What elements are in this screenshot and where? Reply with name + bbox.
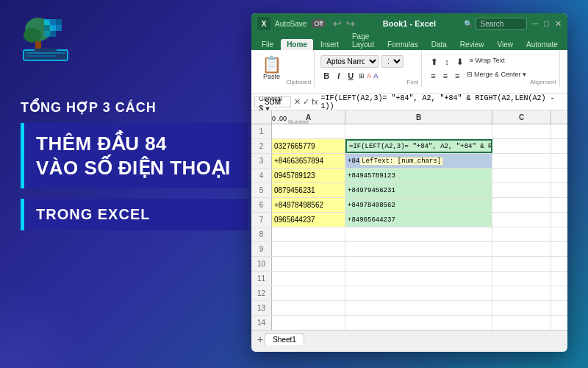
cell-b1[interactable] — [345, 124, 492, 138]
cell-b4[interactable]: +84945789123 — [345, 169, 492, 183]
search-bar[interactable]: Search — [476, 18, 527, 30]
cell-a7[interactable]: 0965644237 — [272, 213, 345, 227]
paste-button[interactable]: 📋 Paste — [259, 55, 284, 82]
row-num-2: 2 — [251, 139, 272, 153]
tab-help[interactable]: Help — [565, 39, 567, 50]
cell-b3[interactable]: +84 LefText: [num_chars] — [345, 154, 492, 168]
tab-insert[interactable]: Insert — [315, 39, 345, 50]
formula-input[interactable]: =IF(LEFT(A2,3)= "+84", A2, "+84" & RIGHT… — [321, 94, 564, 110]
col-header-c[interactable]: C — [492, 110, 551, 124]
font-size-select[interactable]: 11 — [381, 55, 404, 68]
cell-a4[interactable]: 0945789123 — [272, 169, 345, 183]
cell-c9[interactable] — [492, 242, 551, 256]
cell-a5[interactable]: 0879456231 — [272, 183, 345, 197]
cell-a8[interactable] — [272, 227, 345, 241]
underline-btn[interactable]: U — [345, 70, 356, 82]
add-sheet-btn[interactable]: + — [257, 333, 263, 345]
svg-rect-6 — [44, 25, 50, 31]
cell-a13[interactable] — [272, 301, 345, 315]
cell-a9[interactable] — [272, 242, 345, 256]
subtitle: TỔNG HỢP 3 CÁCH — [21, 99, 248, 116]
tab-home[interactable]: Home — [281, 39, 313, 50]
cell-c6[interactable] — [492, 198, 551, 212]
bold-btn[interactable]: B — [320, 70, 332, 82]
border-btn[interactable]: ⊞ — [359, 72, 365, 79]
cell-a12[interactable] — [272, 286, 345, 300]
align-right-btn[interactable]: ≡ — [452, 70, 462, 82]
wrap-text-btn[interactable]: ≡ Wrap Text — [467, 56, 507, 68]
redo-icon[interactable]: ↪ — [346, 18, 355, 29]
cell-b6[interactable]: +84978498562 — [345, 198, 492, 212]
col-header-b[interactable]: B — [345, 110, 492, 124]
cell-a11[interactable] — [272, 272, 345, 286]
tab-formulas[interactable]: Formulas — [381, 39, 424, 50]
tab-data[interactable]: Data — [426, 39, 453, 50]
cell-a1[interactable] — [272, 124, 345, 138]
sheet-tab-1[interactable]: Sheet1 — [265, 333, 304, 345]
cell-a3[interactable]: +84663657894 — [272, 154, 345, 168]
align-bottom-btn[interactable]: ⬇ — [453, 56, 466, 68]
cell-b10[interactable] — [345, 257, 492, 271]
col-header-a[interactable]: A — [272, 110, 345, 124]
undo-icon[interactable]: ↩ — [333, 18, 342, 29]
cell-b2[interactable]: =IF(LEFT(A2,3)= "+84", A2, "+84" & RIGHT… — [345, 139, 492, 153]
cell-c8[interactable] — [492, 227, 551, 241]
cell-a14[interactable] — [272, 316, 345, 330]
cell-b5[interactable]: +84979456231 — [345, 183, 492, 197]
cell-c7[interactable] — [492, 213, 551, 227]
autosave-label: AutoSave — [275, 20, 306, 28]
italic-btn[interactable]: I — [334, 70, 343, 82]
cell-c10[interactable] — [492, 257, 551, 271]
cell-c11[interactable] — [492, 272, 551, 286]
autosave-toggle[interactable]: Off — [311, 19, 326, 28]
align-middle-btn[interactable]: ↕ — [442, 56, 452, 68]
tab-review[interactable]: Review — [454, 39, 490, 50]
cell-b14[interactable] — [345, 316, 492, 330]
close-btn[interactable]: ✕ — [555, 19, 562, 29]
ribbon-tabs: File Home Insert Page Layout Formulas Da… — [251, 34, 567, 50]
cell-c2[interactable] — [492, 139, 551, 153]
font-name-select[interactable]: Aptos Narrow — [320, 55, 379, 68]
cell-a2[interactable]: 0327665779 — [272, 139, 345, 153]
name-box[interactable]: SUM — [254, 96, 291, 107]
cell-b11[interactable] — [345, 272, 492, 286]
cell-c5[interactable] — [492, 183, 551, 197]
excel-title: Book1 - Excel — [355, 19, 463, 28]
align-top-btn[interactable]: ⬆ — [428, 56, 440, 68]
cell-b9[interactable] — [345, 242, 492, 256]
minimize-btn[interactable]: ─ — [533, 19, 539, 28]
table-row: 4 0945789123 +84945789123 — [251, 169, 567, 183]
tab-view[interactable]: View — [492, 39, 520, 50]
font-color-btn[interactable]: A — [373, 72, 378, 79]
cell-c12[interactable] — [492, 286, 551, 300]
cell-b13[interactable] — [345, 301, 492, 315]
svg-rect-9 — [44, 31, 50, 37]
highlight-btn[interactable]: A — [367, 72, 371, 79]
align-center-btn[interactable]: ≡ — [440, 70, 451, 82]
cell-b7[interactable]: +84965644237 — [345, 213, 492, 227]
cell-a10[interactable] — [272, 257, 345, 271]
cell-c4[interactable] — [492, 169, 551, 183]
excel-window: X AutoSave Off ↩ ↪ Book1 - Excel 🔍 Searc… — [251, 13, 567, 352]
row-num-8: 8 — [251, 227, 272, 241]
cell-a6[interactable]: +84978498562 — [272, 198, 345, 212]
align-left-btn[interactable]: ≡ — [428, 70, 438, 82]
cell-c13[interactable] — [492, 301, 551, 315]
cancel-formula-icon[interactable]: ✕ — [294, 97, 301, 107]
cell-b8[interactable] — [345, 227, 492, 241]
insert-function-icon[interactable]: fx — [312, 97, 318, 107]
maximize-btn[interactable]: □ — [544, 19, 549, 28]
search-icon: 🔍 — [464, 20, 473, 28]
tab-automate[interactable]: Automate — [520, 39, 564, 50]
tab-pagelayout[interactable]: Page Layout — [346, 31, 380, 50]
table-row: 9 — [251, 242, 567, 257]
cell-b12[interactable] — [345, 286, 492, 300]
confirm-formula-icon[interactable]: ✓ — [303, 97, 309, 107]
merge-center-btn[interactable]: ⊟ Merge & Center ▾ — [465, 70, 529, 82]
tab-file[interactable]: File — [256, 39, 279, 50]
cell-c3[interactable] — [492, 154, 551, 168]
cell-c14[interactable] — [492, 316, 551, 330]
svg-rect-13 — [26, 52, 65, 54]
row-num-3: 3 — [251, 154, 272, 168]
cell-c1[interactable] — [492, 124, 551, 138]
